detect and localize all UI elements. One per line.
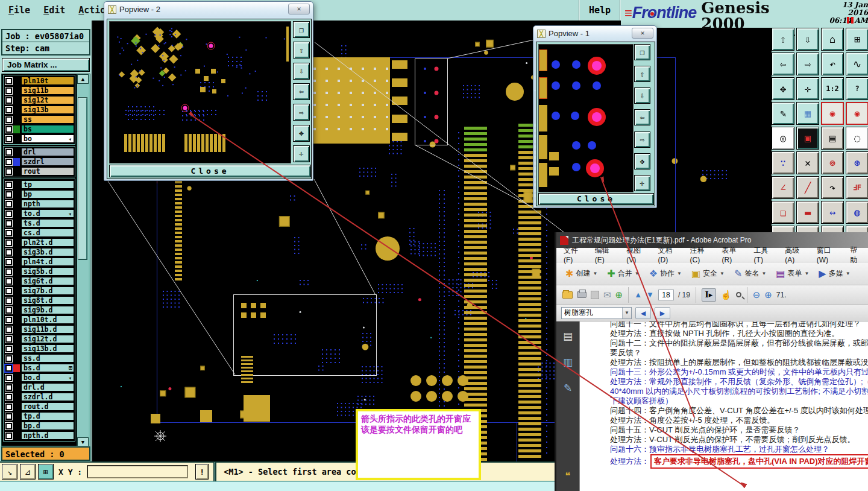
layer-checkbox[interactable] (5, 211, 12, 217)
layer-checkbox[interactable] (5, 239, 12, 246)
layer-scrollbar[interactable]: ▲ ▼ (77, 74, 89, 447)
view-page-up-button[interactable]: ⇧ (772, 28, 794, 51)
create-button[interactable]: ✱ 创建 ▼ (561, 268, 602, 279)
layer-checkbox[interactable] (5, 168, 12, 175)
popview1-canvas[interactable] (538, 44, 634, 192)
popview1-close-icon[interactable]: ✕ (632, 28, 653, 39)
layer-color-swatch[interactable] (13, 210, 20, 218)
layer-name[interactable]: ts.d (21, 219, 74, 227)
measure-ruler-button[interactable]: ▤ (821, 127, 844, 150)
layer-color-swatch[interactable] (13, 335, 20, 343)
layer-name[interactable]: bo➤ (21, 135, 74, 143)
layer-color-swatch[interactable] (13, 258, 20, 266)
layer-color-swatch[interactable] (13, 77, 20, 85)
measure-angle-button[interactable]: ∠ (772, 176, 794, 199)
layer-checkbox[interactable] (5, 336, 12, 343)
layer-color-swatch[interactable] (13, 87, 20, 95)
mirror-object-button[interactable]: ℲF (846, 176, 868, 199)
layer-name[interactable]: bp (21, 190, 74, 198)
zoom-fit-button[interactable]: ✥ (772, 77, 794, 100)
net-points-button[interactable]: ∵ (772, 151, 794, 174)
layer-checkbox[interactable] (5, 413, 12, 420)
move-circle-button[interactable]: ⊛ (846, 151, 868, 174)
serpentine-view-button[interactable]: ∿ (846, 52, 868, 75)
menu-edit[interactable]: Edit (43, 5, 65, 16)
layer-checkbox[interactable] (5, 288, 12, 294)
zoom-center-button[interactable]: ✛ (634, 175, 650, 191)
layer-color-swatch[interactable] (13, 239, 20, 247)
layer-name[interactable]: pln10t (21, 77, 74, 85)
layer-checkbox[interactable] (5, 268, 12, 275)
layer-color-swatch[interactable] (13, 316, 20, 324)
layer-color-swatch[interactable] (13, 229, 20, 237)
pan-right-button[interactable]: ⇨ (796, 52, 819, 75)
layer-name[interactable]: drl.d (21, 383, 74, 391)
zoom-area-button[interactable]: ↘ (2, 464, 17, 480)
layer-checkbox[interactable] (5, 220, 12, 227)
layer-checkbox[interactable] (5, 159, 12, 165)
stretch-line-button[interactable]: ▬ (796, 201, 819, 224)
net-highlight-button-2[interactable]: ◉ (846, 102, 868, 125)
layer-checkbox[interactable] (5, 346, 12, 352)
layer-color-swatch[interactable] (13, 326, 20, 334)
zoom-ratio-button[interactable]: 1:2 (821, 77, 844, 100)
layer-name[interactable]: szdrl.d (21, 393, 74, 401)
layer-color-swatch[interactable] (13, 158, 20, 166)
layer-color-swatch[interactable] (13, 403, 20, 411)
layer-name[interactable]: ss (21, 115, 74, 124)
layer-color-swatch[interactable] (13, 125, 20, 133)
scale-object-button[interactable]: ⊚ (821, 151, 844, 174)
layer-name[interactable]: bp.d (21, 422, 74, 430)
layer-checkbox[interactable] (5, 404, 12, 410)
layer-checkbox[interactable] (5, 191, 12, 198)
xy-coordinate-input[interactable] (87, 465, 188, 478)
menu-file[interactable]: File (8, 5, 30, 16)
home-view-button[interactable]: ⌂ (821, 28, 844, 51)
open-icon[interactable] (562, 291, 573, 299)
zoom-out-icon[interactable]: ⊖ (753, 290, 761, 300)
layer-color-swatch[interactable] (13, 97, 20, 104)
page-number-input[interactable] (658, 290, 674, 300)
email-icon[interactable]: ✉ (603, 290, 611, 300)
layer-name[interactable]: ss.d (21, 354, 74, 363)
pause-icon[interactable] (847, 17, 854, 24)
move-object-button[interactable]: ◎ (772, 127, 794, 150)
layer-color-swatch[interactable] (13, 374, 20, 382)
layer-color-swatch[interactable] (13, 135, 20, 143)
view-page-down-button[interactable]: ⇩ (796, 28, 819, 51)
pages-panel-icon[interactable]: ▤ (563, 330, 573, 343)
layer-name[interactable]: cs.d (21, 229, 74, 237)
layers-panel-icon[interactable]: ▥ (563, 356, 573, 369)
scrollbar-thumb[interactable] (78, 97, 87, 260)
layer-name[interactable]: tp (21, 180, 74, 189)
acrobat-menu-item[interactable]: 文档(D) (653, 246, 685, 264)
measure-mode-button[interactable]: ⊿ (20, 464, 36, 480)
secure-button[interactable]: ▣ 安全 ▼ (687, 268, 729, 279)
layer-name[interactable]: sig12t.d (21, 335, 74, 343)
layer-checkbox[interactable] (5, 355, 12, 362)
layer-checkbox[interactable] (5, 423, 12, 429)
acrobat-menu-item[interactable]: 高级(A) (780, 246, 811, 264)
layer-color-swatch[interactable] (13, 106, 20, 114)
layer-color-swatch[interactable] (13, 277, 20, 285)
find-next-button[interactable]: ▶ (655, 307, 670, 319)
scrollbar-track[interactable] (77, 84, 89, 437)
layer-name[interactable]: rout.d (21, 402, 74, 411)
surface-shapes-button[interactable]: ◍ (846, 201, 868, 224)
popview2-close-button[interactable]: Close (109, 165, 311, 177)
search-input[interactable] (562, 308, 622, 318)
view-down-button[interactable]: ⇩ (293, 63, 310, 80)
zoom-in-icon[interactable]: ⊕ (764, 290, 772, 300)
layer-checkbox[interactable] (5, 149, 12, 156)
layer-color-swatch[interactable] (13, 181, 20, 189)
layer-color-swatch[interactable] (13, 191, 20, 198)
layer-color-swatch[interactable] (13, 345, 20, 353)
layer-name[interactable]: npth.d (21, 431, 74, 440)
layer-name[interactable]: pln10t.d (21, 315, 74, 324)
find-previous-button[interactable]: ◀ (635, 307, 651, 319)
upload-icon[interactable]: ⊕ (615, 290, 623, 300)
grid-snap-button[interactable]: ⊞ (38, 464, 54, 480)
layer-name[interactable]: tp.d (21, 412, 74, 420)
layer-color-swatch[interactable] (13, 268, 20, 276)
zoom-fit-button[interactable]: ✥ (634, 153, 650, 169)
